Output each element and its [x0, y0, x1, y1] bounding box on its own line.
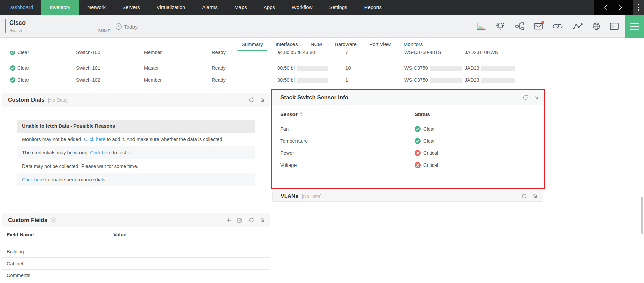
custom-field-row[interactable]: Cabinet — [2, 258, 270, 270]
status-clear-icon — [10, 77, 15, 83]
redaction-box — [481, 78, 515, 83]
nav-settings[interactable]: Settings — [321, 0, 356, 15]
nav-spacer — [390, 0, 594, 15]
sort-carets-icon — [300, 112, 303, 116]
nav-network[interactable]: Network — [79, 0, 114, 15]
sensor-row[interactable]: Voltage Critical — [272, 159, 544, 171]
terminal-icon[interactable] — [610, 23, 619, 30]
alarm-bell-icon[interactable] — [496, 22, 505, 30]
more-options-kebab-icon[interactable] — [633, 0, 644, 15]
link-icon[interactable] — [553, 23, 563, 29]
refresh-icon[interactable] — [523, 95, 528, 100]
row-status: Clear — [17, 74, 29, 86]
refresh-icon[interactable] — [521, 193, 527, 199]
status-clear-icon — [10, 51, 15, 55]
sensor-table-header: Sensor Status — [272, 105, 544, 123]
unable-to-fetch-box: Unable to fetch Data - Possible Reasons … — [17, 120, 255, 186]
click-here-link[interactable]: Click here — [22, 177, 44, 182]
stack-members-table: Clear Switch-100 Member Ready a4.8c.b5.f… — [5, 51, 547, 86]
row-serial: JAD23 — [465, 74, 515, 86]
row-name: Switch-101 — [76, 62, 100, 74]
clock-icon — [115, 23, 122, 31]
tab-port-view[interactable]: Port View — [367, 38, 393, 51]
device-tabs: Summary Interfaces NCM Hardware Port Vie… — [0, 38, 644, 51]
edit-icon[interactable] — [237, 218, 243, 223]
custom-fields-panel: Custom Fields ? Field Name Value Buildin… — [2, 213, 270, 283]
table-row[interactable]: Clear Switch-102 Member Ready 30:50:bf 1… — [5, 74, 547, 86]
expand-icon[interactable] — [533, 194, 537, 198]
tab-interfaces[interactable]: Interfaces — [274, 38, 300, 51]
stack-switch-sensor-info-panel: Stack Switch Sensor Info Sensor Status F… — [271, 89, 545, 189]
nav-virtualization[interactable]: Virtualization — [148, 0, 194, 15]
fetch-reason: The credentials may be wrong. Click here… — [17, 146, 255, 159]
fetch-box-title: Unable to fetch Data - Possible Reasons — [17, 120, 255, 132]
workflow-icon[interactable] — [515, 22, 524, 30]
unread-mail-dot — [541, 21, 544, 24]
nav-workflow[interactable]: Workflow — [283, 0, 321, 15]
nav-servers[interactable]: Servers — [114, 0, 148, 15]
nav-scroll-arrows — [594, 0, 633, 15]
sensor-row[interactable]: Temperature Clear — [272, 135, 544, 147]
vertical-scrollbar-thumb[interactable] — [641, 197, 643, 234]
row-serial: JAD23110HWN — [465, 51, 498, 58]
redaction-box — [481, 66, 515, 71]
sensor-column-sort[interactable]: Sensor — [280, 105, 303, 123]
scroll-right-icon[interactable] — [618, 4, 622, 11]
row-state: Ready — [212, 51, 226, 58]
device-accent-bar — [5, 19, 6, 33]
mail-notification-icon[interactable] — [534, 23, 543, 30]
custom-field-row[interactable]: Building — [2, 246, 270, 258]
nav-reports[interactable]: Reports — [356, 0, 390, 15]
custom-field-row[interactable]: Comments — [2, 270, 270, 281]
fetch-reason: Monitors may not be added. Click here to… — [17, 132, 255, 146]
scroll-left-icon[interactable] — [604, 4, 608, 11]
row-role: Master — [144, 62, 159, 74]
device-type: Switch — [9, 28, 22, 33]
sensor-row[interactable]: Fan Clear — [272, 123, 544, 135]
line-graph-icon[interactable] — [573, 23, 583, 29]
fetch-reason: Data may not be collected. Please wait f… — [17, 159, 255, 173]
refresh-icon[interactable] — [249, 97, 254, 103]
nav-alarms[interactable]: Alarms — [194, 0, 226, 15]
refresh-icon[interactable] — [249, 217, 254, 223]
redaction-box — [430, 78, 462, 83]
table-row[interactable]: Clear Switch-100 Member Ready a4.8c.b5.f… — [5, 51, 547, 62]
globe-icon[interactable] — [593, 22, 600, 30]
tab-ncm[interactable]: NCM — [309, 38, 324, 51]
time-period-selector[interactable]: Today — [124, 24, 138, 30]
add-field-icon[interactable] — [226, 218, 231, 223]
panel-title: Custom Fields — [8, 217, 47, 224]
tab-summary[interactable]: Summary — [239, 38, 265, 51]
protocol-label: SNMP — [98, 28, 111, 33]
click-here-link[interactable]: Click here — [84, 137, 105, 142]
nav-maps[interactable]: Maps — [226, 0, 255, 15]
click-here-link[interactable]: Click here — [90, 150, 111, 155]
expand-icon[interactable] — [260, 98, 265, 102]
row-mac: a4.8c.b5.f8.43.80 — [277, 51, 315, 58]
table-row[interactable]: Clear Switch-101 Master Ready 00:50:bf 1… — [5, 62, 547, 74]
custom-fields-table-header: Field Name Value — [2, 227, 270, 242]
row-mac: 30:50:bf — [277, 74, 328, 86]
add-dial-icon[interactable] — [238, 98, 243, 102]
nav-apps[interactable]: Apps — [255, 0, 283, 15]
expand-icon[interactable] — [260, 218, 265, 222]
nav-inventory[interactable]: Inventory — [41, 0, 79, 15]
expand-icon[interactable] — [534, 95, 539, 100]
tab-hardware[interactable]: Hardware — [333, 38, 359, 51]
row-model: WS-C3750 — [404, 62, 462, 74]
redaction-box — [430, 66, 462, 71]
opmanager-device-page: Dashboard Inventory Network Servers Virt… — [0, 0, 644, 283]
main-menu-button[interactable] — [625, 15, 644, 38]
tab-monitors[interactable]: Monitors — [401, 38, 425, 51]
sensor-row[interactable]: Power Critical — [272, 147, 544, 159]
nav-dashboard[interactable]: Dashboard — [0, 0, 41, 15]
row-status: Clear — [17, 51, 29, 58]
panel-title: VLANs — [281, 193, 298, 199]
performance-chart-icon[interactable] — [477, 22, 486, 30]
help-icon[interactable]: ? — [51, 217, 56, 223]
device-header: CIsco Switch SNMP Today — [0, 15, 644, 38]
row-serial: JAD23 — [465, 62, 515, 74]
row-model: WS-C3750 — [404, 74, 462, 86]
row-status: Clear — [17, 62, 29, 74]
redaction-box — [297, 66, 328, 71]
